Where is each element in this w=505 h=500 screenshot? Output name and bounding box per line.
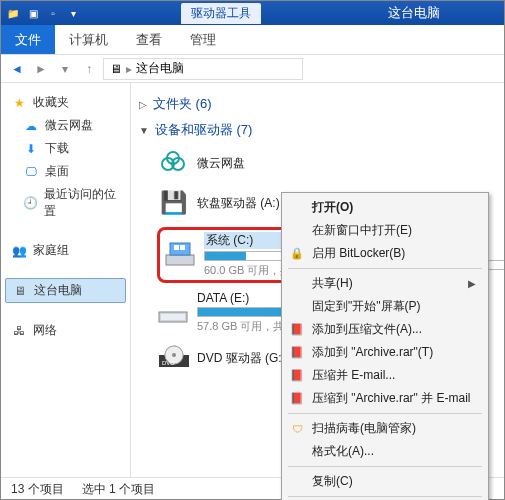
nav-back-button[interactable]: ◄ [7, 59, 27, 79]
status-items-count: 13 个项目 [11, 481, 64, 498]
ctx-add-archive[interactable]: 📕添加到压缩文件(A)... [284, 318, 486, 341]
drive-icon [157, 297, 189, 329]
drive-floppy-a[interactable]: 💾 软盘驱动器 (A:) [157, 187, 297, 219]
sidebar-item-label: 下载 [45, 140, 69, 157]
ctx-open[interactable]: 打开(O) [284, 196, 486, 219]
section-label: 设备和驱动器 (7) [155, 121, 253, 139]
nav-forward-button[interactable]: ► [31, 59, 51, 79]
ctx-format[interactable]: 格式化(A)... [284, 440, 486, 463]
properties-icon[interactable]: ▣ [25, 5, 41, 21]
shield-icon: 🛡 [289, 421, 305, 437]
ctx-pin-start[interactable]: 固定到"开始"屏幕(P) [284, 295, 486, 318]
devices-section-header[interactable]: ▼ 设备和驱动器 (7) [139, 117, 496, 143]
file-tab[interactable]: 文件 [1, 25, 55, 54]
drive-tools-contextual-tab[interactable]: 驱动器工具 [181, 3, 261, 24]
ctx-compress-rar-email[interactable]: 📕压缩到 "Archive.rar" 并 E-mail [284, 387, 486, 410]
breadcrumb[interactable]: 🖥 ▸ 这台电脑 [103, 58, 303, 80]
sidebar-favorites[interactable]: ★ 收藏夹 [5, 91, 126, 114]
nav-history-dropdown[interactable]: ▾ [55, 59, 75, 79]
ctx-scan-virus[interactable]: 🛡扫描病毒(电脑管家) [284, 417, 486, 440]
svg-rect-3 [166, 255, 194, 265]
sidebar-item-label: 桌面 [45, 163, 69, 180]
sidebar-item-label: 微云网盘 [45, 117, 93, 134]
title-bar: 📁 ▣ ▫ ▾ 驱动器工具 这台电脑 [1, 1, 504, 25]
ribbon-tab-computer[interactable]: 计算机 [55, 25, 122, 54]
svg-point-14 [172, 353, 176, 357]
sidebar-item-weiyun[interactable]: ☁ 微云网盘 [5, 114, 126, 137]
ctx-separator [288, 413, 482, 414]
sidebar-item-label: 网络 [33, 322, 57, 339]
drive-label: 微云网盘 [197, 155, 245, 172]
sidebar-this-pc[interactable]: 🖥 这台电脑 [5, 278, 126, 303]
drive-weiyun[interactable]: 微云网盘 [157, 147, 357, 179]
sidebar-item-label: 家庭组 [33, 242, 69, 259]
drive-label: 软盘驱动器 (A:) [197, 195, 280, 212]
folder-icon: 📁 [5, 5, 21, 21]
rar-icon: 📕 [289, 345, 305, 361]
breadcrumb-text[interactable]: 这台电脑 [136, 60, 184, 77]
breadcrumb-separator-icon: ▸ [126, 62, 132, 76]
sidebar-item-label: 最近访问的位置 [44, 186, 120, 220]
dvd-icon: DVD [157, 342, 189, 374]
sidebar-item-desktop[interactable]: 🖵 桌面 [5, 160, 126, 183]
rar-icon: 📕 [289, 368, 305, 384]
ctx-separator [288, 268, 482, 269]
rar-icon: 📕 [289, 322, 305, 338]
context-menu: 打开(O) 在新窗口中打开(E) 🔒启用 BitLocker(B) 共享(H)▶… [281, 192, 489, 500]
svg-rect-6 [180, 245, 185, 250]
section-label: 文件夹 (6) [153, 95, 212, 113]
cloud-icon: ☁ [23, 118, 39, 134]
caret-right-icon: ▷ [139, 99, 147, 110]
ctx-separator [288, 496, 482, 497]
sidebar-item-label: 这台电脑 [34, 282, 82, 299]
desktop-icon: 🖵 [23, 164, 39, 180]
ribbon: 文件 计算机 查看 管理 [1, 25, 504, 55]
rar-icon: 📕 [289, 391, 305, 407]
bitlocker-icon: 🔒 [289, 246, 305, 262]
svg-rect-5 [174, 245, 179, 250]
folders-section-header[interactable]: ▷ 文件夹 (6) [139, 91, 496, 117]
ctx-bitlocker[interactable]: 🔒启用 BitLocker(B) [284, 242, 486, 265]
status-selected-count: 选中 1 个项目 [82, 481, 155, 498]
ctx-open-new-window[interactable]: 在新窗口中打开(E) [284, 219, 486, 242]
recent-icon: 🕘 [23, 195, 38, 211]
window-title: 这台电脑 [388, 4, 440, 22]
nav-up-button[interactable]: ↑ [79, 59, 99, 79]
new-folder-icon[interactable]: ▫ [45, 5, 61, 21]
svg-rect-10 [161, 314, 185, 320]
floppy-icon: 💾 [157, 187, 189, 219]
chevron-right-icon: ▶ [468, 278, 476, 289]
star-icon: ★ [11, 95, 27, 111]
sidebar-item-downloads[interactable]: ⬇ 下载 [5, 137, 126, 160]
caret-down-icon: ▼ [139, 125, 149, 136]
ctx-separator [288, 466, 482, 467]
ctx-compress-email[interactable]: 📕压缩并 E-mail... [284, 364, 486, 387]
homegroup-icon: 👥 [11, 243, 27, 259]
drive-icon [164, 239, 196, 271]
weiyun-icon [157, 147, 189, 179]
sidebar-homegroup[interactable]: 👥 家庭组 [5, 239, 126, 262]
network-icon: 🖧 [11, 323, 27, 339]
ribbon-tab-manage[interactable]: 管理 [176, 25, 230, 54]
download-icon: ⬇ [23, 141, 39, 157]
drive-label: DVD 驱动器 (G:) [197, 350, 286, 367]
ctx-share[interactable]: 共享(H)▶ [284, 272, 486, 295]
navigation-pane: ★ 收藏夹 ☁ 微云网盘 ⬇ 下载 🖵 桌面 🕘 最近访问的位置 👥 [1, 83, 131, 477]
svg-text:DVD: DVD [162, 360, 175, 366]
pc-icon: 🖥 [12, 283, 28, 299]
quick-access-toolbar: 📁 ▣ ▫ ▾ [5, 5, 81, 21]
sidebar-item-recent[interactable]: 🕘 最近访问的位置 [5, 183, 126, 223]
pc-icon: 🖥 [110, 62, 122, 76]
ctx-add-archive-rar[interactable]: 📕添加到 "Archive.rar"(T) [284, 341, 486, 364]
sidebar-item-label: 收藏夹 [33, 94, 69, 111]
qat-dropdown-icon[interactable]: ▾ [65, 5, 81, 21]
address-bar: ◄ ► ▾ ↑ 🖥 ▸ 这台电脑 [1, 55, 504, 83]
sidebar-network[interactable]: 🖧 网络 [5, 319, 126, 342]
ctx-copy[interactable]: 复制(C) [284, 470, 486, 493]
ribbon-tab-view[interactable]: 查看 [122, 25, 176, 54]
